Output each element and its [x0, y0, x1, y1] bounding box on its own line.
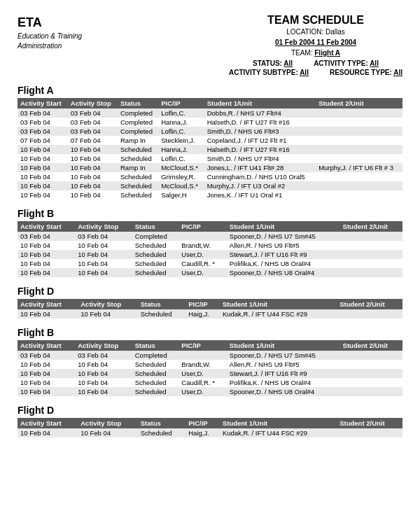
table-cell: 10 Feb 04 — [18, 181, 68, 190]
column-header: Student 1/Unit — [227, 221, 340, 232]
eta-title: ETA — [18, 14, 82, 31]
eta-line1: Education & Training — [18, 31, 82, 41]
table-row: 10 Feb 0410 Feb 04ScheduledCaudill,R. *P… — [18, 378, 402, 387]
table-cell: Loflin,C. — [158, 108, 204, 118]
table-cell: McCloud,S.* — [158, 163, 204, 172]
table-cell: Kudak,R. / IFT U44 FSC #29 — [220, 309, 337, 318]
table-cell: Scheduled — [118, 181, 158, 190]
table-cell — [316, 108, 402, 118]
table-cell — [316, 190, 402, 200]
table-row: 10 Feb 0410 Feb 04ScheduledHanna,J.Halse… — [18, 145, 402, 154]
sections-container: Flight AActivity StartActivity StopStatu… — [18, 85, 402, 438]
table-cell: Scheduled — [138, 428, 186, 438]
column-header: Student 2/Unit — [337, 418, 402, 428]
table-cell: Scheduled — [138, 309, 186, 318]
page-header: ETA Education & Training Administration … — [18, 14, 402, 76]
table-cell: Salger,H — [158, 190, 204, 200]
table-cell: 03 Feb 04 — [75, 351, 132, 360]
status-value: All — [284, 59, 293, 67]
table-cell: Ramp In — [118, 136, 158, 145]
table-row: 03 Feb 0403 Feb 04CompletedLoflin,C.Smit… — [18, 127, 402, 136]
table-row: 10 Feb 0410 Feb 04Ramp InMcCloud,S.*Jone… — [18, 163, 402, 172]
column-header: Activity Stop — [75, 221, 132, 232]
table-cell: Caudill,R. * — [178, 259, 227, 268]
table-cell: Scheduled — [118, 172, 158, 181]
table-cell: Scheduled — [118, 145, 158, 154]
table-cell: 03 Feb 04 — [75, 232, 132, 241]
schedule-title: TEAM SCHEDULE — [229, 14, 402, 27]
table-cell: 10 Feb 04 — [68, 181, 118, 190]
activity-type-label: ACTIVITY TYPE: — [314, 59, 370, 67]
section-title-1: Flight B — [18, 208, 402, 219]
table-cell: 10 Feb 04 — [75, 360, 132, 369]
column-header: Student 2/Unit — [340, 221, 402, 232]
table-cell: Scheduled — [132, 378, 179, 387]
table-cell: Murphy,J. / IFT U3 Oral #2 — [204, 181, 316, 190]
table-cell: Murphy,J. / IFT U6 Flt # 3 — [316, 163, 402, 172]
table-cell: 10 Feb 04 — [75, 259, 132, 268]
table-cell: 10 Feb 04 — [18, 428, 78, 438]
column-header: Activity Stop — [78, 418, 138, 428]
section-title-3: Flight B — [18, 327, 402, 338]
table-cell: 10 Feb 04 — [18, 387, 75, 396]
filters-row: STATUS: All ACTIVITY TYPE: All — [229, 59, 402, 67]
column-header: Status — [138, 299, 186, 309]
table-cell: Scheduled — [132, 241, 179, 250]
table-cell — [316, 118, 402, 127]
team-line: TEAM: Flight A — [229, 48, 402, 58]
activity-subtype-label: ACTIVITY SUBTYPE: — [229, 69, 300, 76]
table-cell: Stecklein,J. — [158, 136, 204, 145]
table-row: 03 Feb 0403 Feb 04CompletedSpooner,D. / … — [18, 351, 402, 360]
status-label: STATUS: — [253, 59, 284, 67]
activity-subtype-filter: ACTIVITY SUBTYPE: All — [229, 69, 309, 76]
table-3: Activity StartActivity StopStatusPIC/IPS… — [18, 340, 402, 396]
table-row: 10 Feb 0410 Feb 04ScheduledBrandt,W.Alle… — [18, 360, 402, 369]
column-header: Activity Stop — [75, 340, 132, 351]
table-cell — [316, 181, 402, 190]
table-cell: Scheduled — [132, 369, 179, 378]
table-cell: Completed — [118, 118, 158, 127]
table-row: 10 Feb 0410 Feb 04ScheduledGrimsley,R.Cu… — [18, 172, 402, 181]
table-cell: 10 Feb 04 — [75, 268, 132, 277]
column-header: Student 1/Unit — [204, 98, 316, 108]
table-cell: 10 Feb 04 — [68, 145, 118, 154]
table-cell — [316, 136, 402, 145]
location-line: LOCATION: Dallas — [229, 27, 402, 37]
table-cell — [316, 172, 402, 181]
table-cell: 07 Feb 04 — [68, 136, 118, 145]
location-value: Dallas — [326, 28, 345, 36]
table-4: Activity StartActivity StopStatusPIC/IPS… — [18, 418, 402, 438]
table-cell — [340, 259, 402, 268]
table-cell: 03 Feb 04 — [18, 118, 68, 127]
table-cell: 03 Feb 04 — [68, 127, 118, 136]
table-cell: 10 Feb 04 — [75, 378, 132, 387]
table-cell: 10 Feb 04 — [75, 369, 132, 378]
table-cell — [340, 351, 402, 360]
table-cell: Cunningham,D. / NHS U10 Oral5 — [204, 172, 316, 181]
column-header: Activity Start — [18, 98, 68, 108]
table-cell: Scheduled — [118, 154, 158, 163]
section-title-2: Flight D — [18, 286, 402, 297]
team-schedule-block: TEAM SCHEDULE LOCATION: Dallas 01 Feb 20… — [229, 14, 402, 76]
table-cell — [337, 309, 402, 318]
table-cell: Brandt,W. — [178, 241, 227, 250]
table-cell: 10 Feb 04 — [18, 259, 75, 268]
table-cell — [316, 127, 402, 136]
table-cell: Scheduled — [132, 259, 179, 268]
table-row: 03 Feb 0403 Feb 04CompletedLoflin,C.Dobb… — [18, 108, 402, 118]
table-cell: Allen,R. / NHS U9 Flt#5 — [227, 360, 340, 369]
table-row: 10 Feb 0410 Feb 04ScheduledCaudill,R. *P… — [18, 259, 402, 268]
table-cell: 03 Feb 04 — [18, 108, 68, 118]
table-row: 10 Feb 0410 Feb 04ScheduledMcCloud,S.*Mu… — [18, 181, 402, 190]
column-header: Activity Start — [18, 340, 75, 351]
column-header: Activity Start — [18, 299, 78, 309]
table-cell: 10 Feb 04 — [18, 241, 75, 250]
table-cell: Scheduled — [132, 360, 179, 369]
column-header: PIC/IP — [178, 221, 227, 232]
table-cell: User,D. — [178, 250, 227, 259]
table-cell: 10 Feb 04 — [68, 154, 118, 163]
table-cell — [340, 250, 402, 259]
column-header: Student 1/Unit — [220, 299, 337, 309]
table-cell — [316, 145, 402, 154]
table-row: 10 Feb 0410 Feb 04ScheduledSalger,HJones… — [18, 190, 402, 200]
